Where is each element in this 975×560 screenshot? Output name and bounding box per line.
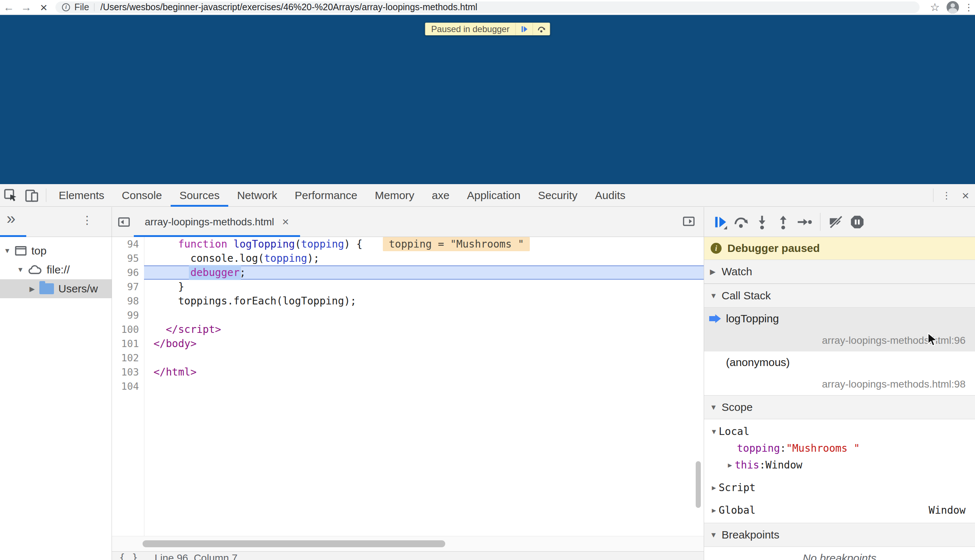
editor-vertical-scrollbar[interactable] <box>696 461 701 508</box>
hide-navigator-button[interactable] <box>117 215 131 229</box>
code-line[interactable]: toppings.forEach(logTopping); <box>144 294 704 308</box>
scope-var-this[interactable]: ▶ this: Window <box>704 457 975 473</box>
frame-icon <box>15 246 27 256</box>
code-line[interactable]: } <box>144 280 704 294</box>
step-over-button[interactable] <box>730 212 752 233</box>
navigator-menu-icon[interactable]: ⋮ <box>82 213 93 227</box>
tree-item-file-scheme[interactable]: ▼ file:// <box>0 260 112 279</box>
stop-icon[interactable]: × <box>35 0 53 15</box>
caret-down-icon[interactable]: ▼ <box>709 427 719 435</box>
line-number[interactable]: 103 <box>112 365 144 379</box>
tab-memory[interactable]: Memory <box>366 184 423 207</box>
var-name: this <box>735 459 759 471</box>
back-icon[interactable]: ← <box>0 0 18 15</box>
line-number[interactable]: 95 <box>112 251 144 265</box>
browser-toolbar: ← → × i File /Users/wesbos/beginner-java… <box>0 0 975 15</box>
frame-name[interactable]: (anonymous) <box>704 352 975 373</box>
debugger-sidebar: i Debugger paused ▶ Watch ▼ Call Stack l… <box>704 207 975 560</box>
code-line[interactable]: function logTopping(topping) {topping = … <box>144 237 704 251</box>
section-breakpoints[interactable]: ▼ Breakpoints <box>704 523 975 547</box>
line-number[interactable]: 101 <box>112 337 144 351</box>
devtools-close-icon[interactable]: × <box>956 184 975 207</box>
caret-down-icon[interactable]: ▼ <box>16 266 25 274</box>
forward-icon[interactable]: → <box>18 0 35 15</box>
horizontal-scrollbar-thumb[interactable] <box>143 540 445 547</box>
caret-right-icon[interactable]: ▶ <box>709 483 719 492</box>
caret-right-icon[interactable]: ▶ <box>725 461 735 469</box>
code-lines: 94 function logTopping(topping) {topping… <box>112 237 704 393</box>
url-bar[interactable]: i File /Users/wesbos/beginner-javascript… <box>55 2 920 13</box>
line-number[interactable]: 96 <box>112 265 144 280</box>
tab-audits[interactable]: Audits <box>586 184 634 207</box>
caret-right-icon[interactable]: ▶ <box>710 267 720 276</box>
resume-button[interactable] <box>709 212 730 233</box>
device-toolbar-button[interactable] <box>21 184 42 207</box>
frame-name[interactable]: logTopping <box>704 308 975 330</box>
code-line[interactable] <box>144 379 704 393</box>
editor-horizontal-scrollbar[interactable] <box>112 536 704 551</box>
scope-group-local[interactable]: ▼ Local <box>704 423 975 440</box>
tree-item-top[interactable]: ▼ top <box>0 242 112 260</box>
caret-down-icon[interactable]: ▼ <box>710 403 720 412</box>
section-watch[interactable]: ▶ Watch <box>704 260 975 283</box>
pause-on-exceptions-button[interactable] <box>847 212 868 233</box>
line-number[interactable]: 94 <box>112 237 144 251</box>
tab-performance[interactable]: Performance <box>286 184 366 207</box>
toast-step-over-button[interactable] <box>533 23 550 35</box>
tab-application[interactable]: Application <box>458 184 530 207</box>
execution-line[interactable]: debugger; <box>144 265 704 280</box>
tree-item-users-folder[interactable]: ▶ Users/w <box>0 279 112 298</box>
tab-sources[interactable]: Sources <box>171 184 228 207</box>
tab-network[interactable]: Network <box>228 184 286 207</box>
avatar[interactable] <box>947 1 959 13</box>
open-file-panel-button[interactable] <box>682 214 696 228</box>
code-line[interactable]: console.log(topping); <box>144 251 704 265</box>
more-tabs-icon[interactable]: » <box>7 209 15 228</box>
call-stack-frame[interactable]: (anonymous)array-loopings-methods.html:9… <box>704 352 975 395</box>
line-number[interactable]: 100 <box>112 322 144 337</box>
caret-down-icon[interactable]: ▼ <box>710 292 720 300</box>
step-into-button[interactable] <box>752 212 773 233</box>
tab-console[interactable]: Console <box>113 184 171 207</box>
tab-axe[interactable]: axe <box>423 184 458 207</box>
tab-close-icon[interactable]: × <box>282 215 289 228</box>
section-call-stack[interactable]: ▼ Call Stack <box>704 283 975 308</box>
line-number[interactable]: 99 <box>112 308 144 322</box>
section-scope[interactable]: ▼ Scope <box>704 395 975 419</box>
line-number[interactable]: 97 <box>112 280 144 294</box>
cursor-position-label: Line 96, Column 7 <box>155 552 237 560</box>
deactivate-breakpoints-button[interactable] <box>825 212 847 233</box>
cloud-icon <box>28 264 42 275</box>
line-number[interactable]: 98 <box>112 294 144 308</box>
code-line[interactable]: </html> <box>144 365 704 379</box>
tab-elements[interactable]: Elements <box>50 184 113 207</box>
step-out-button[interactable] <box>773 212 794 233</box>
devtools-menu-icon[interactable]: ⋮ <box>937 184 956 207</box>
bookmark-star-icon[interactable]: ☆ <box>927 1 943 13</box>
code-line[interactable] <box>144 351 704 365</box>
scope-group-script[interactable]: ▶ Script <box>704 479 975 496</box>
code-line[interactable]: </body> <box>144 337 704 351</box>
code-editor[interactable]: 94 function logTopping(topping) {topping… <box>112 237 704 536</box>
line-number[interactable]: 102 <box>112 351 144 365</box>
caret-down-icon[interactable]: ▼ <box>710 531 720 539</box>
browser-menu-icon[interactable]: ⋮ <box>963 0 975 15</box>
code-line[interactable]: </script> <box>144 322 704 337</box>
scope-group-global[interactable]: ▶ Global Window <box>704 502 975 518</box>
file-tree: ▼ top ▼ file:// ▶ <box>0 237 112 298</box>
site-info-icon[interactable]: i <box>62 3 70 11</box>
tab-security[interactable]: Security <box>529 184 586 207</box>
editor-file-tab[interactable]: array-loopings-methods.html × <box>134 207 300 237</box>
resume-icon <box>520 25 528 33</box>
line-number[interactable]: 104 <box>112 379 144 393</box>
toast-resume-button[interactable] <box>515 23 532 35</box>
pretty-print-button[interactable]: { } <box>119 552 138 560</box>
caret-down-icon[interactable]: ▼ <box>3 247 12 255</box>
step-button[interactable] <box>794 212 815 233</box>
caret-right-icon[interactable]: ▶ <box>28 285 37 293</box>
inspect-element-button[interactable] <box>0 184 21 207</box>
frame-location-link[interactable]: array-loopings-methods.html:98 <box>704 373 975 395</box>
caret-right-icon[interactable]: ▶ <box>709 506 719 514</box>
code-line[interactable] <box>144 308 704 322</box>
section-label: Scope <box>722 401 753 413</box>
